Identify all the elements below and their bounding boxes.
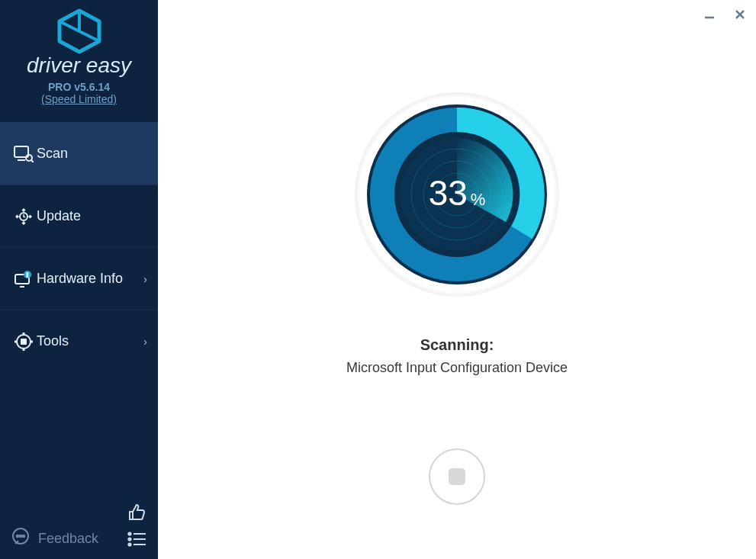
percent-sign: % <box>471 190 486 210</box>
nav-tools[interactable]: Tools › <box>0 310 158 372</box>
scan-status-device: Microsoft Input Configuration Device <box>346 360 568 376</box>
feedback-label[interactable]: Feedback <box>38 531 98 547</box>
tools-icon <box>11 332 37 352</box>
version-text: PRO v5.6.14 <box>0 81 158 93</box>
feedback-icon[interactable] <box>11 527 31 550</box>
close-button[interactable] <box>732 6 748 23</box>
svg-point-11 <box>23 535 25 538</box>
logo-area: driver easy PRO v5.6.14 (Speed Limited) <box>0 0 158 111</box>
thumbs-up-icon[interactable] <box>127 503 147 525</box>
minimize-button[interactable] <box>701 6 718 23</box>
nav: Scan Update i Hardware Info › <box>0 122 158 495</box>
progress-percent: 33 % <box>429 172 486 214</box>
svg-point-14 <box>128 543 130 545</box>
scan-status: Scanning: Microsoft Input Configuration … <box>346 336 568 376</box>
nav-update-label: Update <box>37 208 81 224</box>
scan-status-label: Scanning: <box>346 336 568 354</box>
svg-point-10 <box>20 535 22 538</box>
chevron-right-icon: › <box>143 336 147 348</box>
nav-tools-label: Tools <box>37 333 69 349</box>
percent-value: 33 <box>429 172 468 214</box>
svg-point-1 <box>26 155 32 161</box>
speed-limited-link[interactable]: (Speed Limited) <box>0 93 158 105</box>
svg-point-12 <box>128 532 130 535</box>
svg-point-13 <box>128 538 130 540</box>
progress-ring: 33 % <box>350 88 564 301</box>
nav-scan[interactable]: Scan <box>0 122 158 185</box>
menu-icon[interactable] <box>127 532 147 550</box>
svg-point-9 <box>17 535 19 538</box>
brand-text: driver easy <box>0 53 158 78</box>
main-panel: 33 % Scanning: Microsoft Input Configura… <box>158 0 756 559</box>
window-controls <box>701 6 748 23</box>
sidebar-footer: Feedback <box>0 495 158 559</box>
sidebar: driver easy PRO v5.6.14 (Speed Limited) … <box>0 0 158 559</box>
logo-icon <box>53 8 105 55</box>
hardware-icon: i <box>11 270 37 288</box>
svg-rect-7 <box>21 339 27 345</box>
stop-button[interactable] <box>429 448 485 505</box>
nav-scan-label: Scan <box>37 146 68 162</box>
svg-text:i: i <box>27 271 28 278</box>
nav-hardware[interactable]: i Hardware Info › <box>0 247 158 310</box>
scan-icon <box>11 144 37 162</box>
update-icon <box>11 207 37 226</box>
stop-icon <box>449 468 465 485</box>
chevron-right-icon: › <box>143 273 147 285</box>
nav-hardware-label: Hardware Info <box>37 271 123 287</box>
scan-area: 33 % Scanning: Microsoft Input Configura… <box>158 0 756 505</box>
nav-update[interactable]: Update <box>0 185 158 247</box>
